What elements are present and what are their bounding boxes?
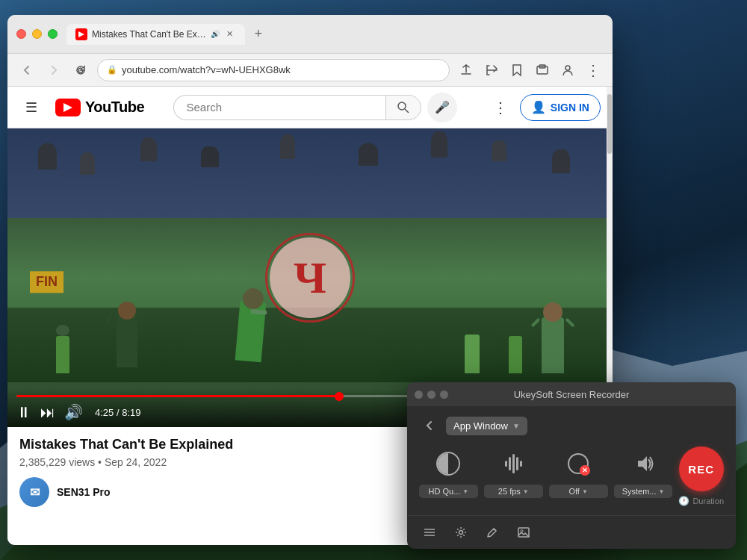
image-button[interactable] — [513, 522, 534, 543]
address-bar[interactable]: 🔒 youtube.com/watch?v=wN-UEHXG8wk — [97, 59, 450, 81]
recorder-max-btn[interactable] — [440, 391, 448, 399]
svg-point-12 — [459, 531, 463, 535]
wave-bar-3 — [512, 454, 515, 473]
maximize-button[interactable] — [48, 29, 58, 39]
youtube-menu-icon[interactable]: ☰ — [19, 93, 43, 122]
signin-user-icon: 👤 — [531, 100, 546, 114]
traffic-lights — [16, 29, 58, 39]
fps-icon-area — [497, 447, 530, 480]
webcam-icon-area: ✕ — [562, 447, 595, 480]
wave-bar-4 — [516, 457, 518, 470]
pen-tool-button[interactable] — [482, 522, 503, 543]
refresh-nav-button[interactable] — [70, 60, 91, 81]
display-quality-icon — [436, 452, 460, 476]
screen-recorder-panel: UkeySoft Screen Recorder App Window ▼ — [407, 382, 736, 549]
back-nav-button[interactable] — [16, 60, 37, 81]
recorder-body: App Window ▼ HD Qu... ▼ — [407, 406, 736, 515]
scrollbar-thumb[interactable] — [607, 128, 612, 154]
youtube-search-container: 🎤 — [173, 93, 457, 122]
lock-icon: 🔒 — [107, 65, 117, 75]
channel-avatar: ✉ — [19, 477, 49, 507]
browser-toolbar: 🔒 youtube.com/watch?v=wN-UEHXG8wk ⋮ — [7, 54, 613, 87]
recorder-back-button[interactable] — [419, 415, 440, 436]
watermark-symbol: Ч — [294, 255, 326, 300]
progress-dot — [335, 392, 344, 401]
recorder-titlebar: UkeySoft Screen Recorder — [407, 382, 736, 406]
svg-point-5 — [565, 66, 570, 70]
minimize-button[interactable] — [32, 29, 42, 39]
recorder-controls-row: HD Qu... ▼ — [419, 447, 672, 498]
webcam-chevron: ▼ — [582, 488, 588, 495]
youtube-logo[interactable]: YouTube — [55, 99, 144, 116]
youtube-logo-text: YouTube — [85, 99, 144, 116]
webcam-off-indicator: ✕ — [580, 465, 590, 476]
rec-button-area: REC 🕐 Duration — [678, 447, 724, 506]
bookmark-icon[interactable] — [506, 60, 527, 81]
source-chevron-icon: ▼ — [512, 422, 520, 430]
upload-icon[interactable] — [456, 60, 477, 81]
signin-label: SIGN IN — [551, 102, 589, 113]
source-selector-dropdown[interactable]: App Window ▼ — [446, 417, 527, 435]
display-quality-chevron: ▼ — [462, 488, 468, 495]
recorder-close-btn[interactable] — [415, 391, 423, 399]
ukeysoft-watermark: Ч — [265, 233, 355, 323]
youtube-search-button[interactable] — [385, 95, 421, 120]
settings-button[interactable] — [450, 522, 471, 543]
list-view-button[interactable] — [419, 522, 440, 543]
clock-icon: 🕐 — [678, 496, 689, 506]
recorder-toolbar — [407, 515, 736, 549]
youtube-signin-button[interactable]: 👤 SIGN IN — [520, 94, 601, 121]
fps-dropdown[interactable]: 25 fps ▼ — [484, 485, 543, 498]
pause-button[interactable]: ⏸ — [16, 404, 31, 421]
webcam-icon: ✕ — [568, 453, 589, 474]
tabs-icon[interactable] — [532, 60, 553, 81]
system-audio-icon-area — [627, 447, 660, 480]
forward-nav-button[interactable] — [43, 60, 64, 81]
next-button[interactable]: ⏭ — [40, 404, 55, 421]
fps-chevron: ▼ — [523, 488, 529, 495]
channel-avatar-icon: ✉ — [30, 485, 40, 500]
display-quality-icon-area — [432, 447, 465, 480]
profile-icon[interactable] — [557, 60, 578, 81]
recorder-controls-area: HD Qu... ▼ — [419, 447, 724, 506]
browser-tab[interactable]: Mistakes That Can't Be Ex… 🔊 ✕ — [66, 24, 245, 45]
new-tab-button[interactable]: + — [248, 24, 269, 45]
rec-label: REC — [688, 463, 714, 476]
tab-title: Mistakes That Can't Be Ex… — [92, 29, 206, 40]
time-display: 4:25 / 8:19 — [95, 407, 140, 418]
wave-bar-2 — [509, 457, 511, 470]
youtube-header: ☰ YouTube 🎤 ⋮ 👤 SIGN IN — [7, 87, 613, 128]
youtube-header-actions: ⋮ 👤 SIGN IN — [487, 94, 601, 121]
progress-fill — [16, 395, 339, 397]
system-audio-chevron: ▼ — [658, 488, 664, 495]
youtube-dots-menu[interactable]: ⋮ — [487, 94, 514, 121]
rec-button[interactable]: REC — [679, 447, 724, 491]
video-banner: FIN — [30, 271, 63, 293]
source-label: App Window — [453, 420, 508, 432]
recorder-traffic-lights — [415, 391, 448, 399]
svg-point-14 — [521, 530, 523, 532]
display-quality-dropdown[interactable]: HD Qu... ▼ — [419, 485, 478, 498]
wave-bar-5 — [520, 461, 522, 467]
browser-titlebar: Mistakes That Can't Be Ex… 🔊 ✕ + — [7, 15, 613, 54]
close-button[interactable] — [16, 29, 26, 39]
svg-marker-8 — [638, 456, 647, 471]
duration-display: 🕐 Duration — [678, 496, 724, 506]
system-audio-control: System... ▼ — [614, 447, 673, 498]
system-audio-dropdown[interactable]: System... ▼ — [614, 485, 673, 498]
speaker-icon — [632, 453, 654, 474]
url-text: youtube.com/watch?v=wN-UEHXG8wk — [122, 64, 291, 75]
webcam-dropdown[interactable]: Off ▼ — [549, 485, 608, 498]
more-menu-icon[interactable]: ⋮ — [583, 60, 604, 81]
display-quality-control: HD Qu... ▼ — [419, 447, 478, 498]
volume-button[interactable]: 🔊 — [64, 403, 83, 421]
recorder-min-btn[interactable] — [427, 391, 436, 399]
audio-waveform-icon — [505, 452, 522, 475]
channel-name: SEN31 Pro — [57, 486, 111, 498]
recorder-title: UkeySoft Screen Recorder — [514, 389, 630, 400]
tab-close-button[interactable]: ✕ — [224, 28, 236, 40]
fps-control: 25 fps ▼ — [484, 447, 543, 498]
share-icon[interactable] — [481, 60, 502, 81]
youtube-mic-button[interactable]: 🎤 — [427, 93, 457, 122]
youtube-search-input[interactable] — [173, 95, 385, 120]
